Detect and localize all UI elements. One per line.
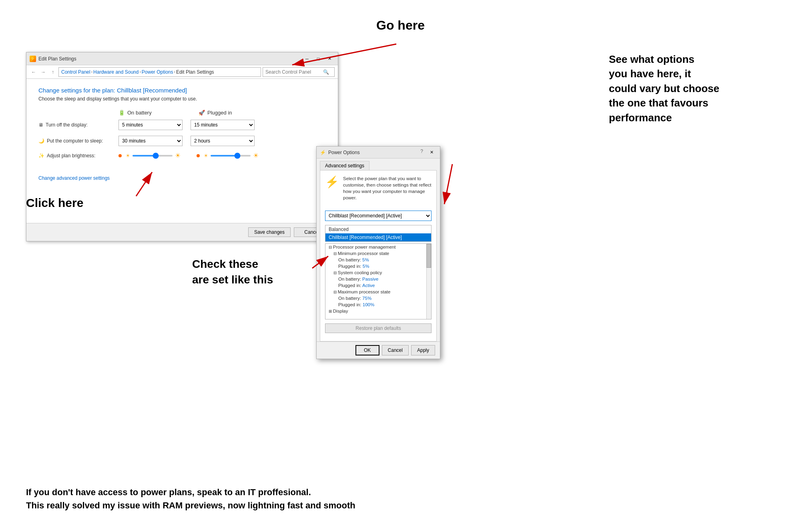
close-button[interactable]: ✕ <box>324 55 335 63</box>
plugged-in-header: 🚀 Plugged in <box>199 110 279 116</box>
plan-select-dropdown[interactable]: Chillblast [Recommended] [Active] Balanc… <box>325 211 432 221</box>
brightness-plugged-control: ☀ ☀ <box>197 152 271 159</box>
chillblast-option[interactable]: Chillblast [Recommended] [Active] <box>325 233 431 241</box>
window-footer: Save changes Cancel <box>26 223 338 241</box>
sleep-plugged-dropdown[interactable]: 2 hours 1 minute 2 minutes 5 minutes 15 … <box>191 136 255 146</box>
forward-button[interactable]: → <box>39 68 47 76</box>
window-icon: ⚡ <box>30 56 36 62</box>
save-changes-button[interactable]: Save changes <box>248 227 291 237</box>
dialog-close-button[interactable]: ✕ <box>426 149 437 157</box>
on-battery-header: 🔋 On battery <box>118 110 199 116</box>
address-bar: ← → ↑ Control Panel › Hardware and Sound… <box>26 65 338 79</box>
breadcrumb-hw[interactable]: Hardware and Sound <box>93 69 139 75</box>
sleep-battery-dropdown[interactable]: 30 minutes 1 minute 2 minutes 5 minutes … <box>118 136 183 146</box>
back-button[interactable]: ← <box>30 68 38 76</box>
sun-small-plugged-icon: ☀ <box>204 153 208 159</box>
battery-dot <box>118 154 122 157</box>
display-battery-dropdown[interactable]: 5 minutes 1 minute 2 minutes 3 minutes 1… <box>118 120 183 130</box>
breadcrumb-po[interactable]: Power Options <box>142 69 173 75</box>
tree-item-min-plugged: Plugged in: 5% <box>325 263 431 269</box>
dialog-tab-content: ⚡ Select the power plan that you want to… <box>320 170 437 341</box>
battery-icon: 🔋 <box>118 110 125 116</box>
plan-dropdown-list: Balanced Chillblast [Recommended] [Activ… <box>325 225 432 242</box>
dialog-titlebar-left: ⚡ Power Options <box>320 150 360 155</box>
help-button[interactable]: ? <box>420 149 423 157</box>
tree-item-max-battery: On battery: 75% <box>325 295 431 301</box>
brightness-setting-row: ✨ Adjust plan brightness: ☀ ☀ ☀ ☀ <box>38 152 326 159</box>
tree-item-cooling: ⊟ System cooling policy <box>325 269 431 276</box>
window-controls: ─ □ ✕ <box>302 55 335 63</box>
sep1: › <box>91 70 92 74</box>
tree-item-cooling-battery: On battery: Passive <box>325 276 431 282</box>
scrollbar-track[interactable] <box>426 244 431 319</box>
change-advanced-link[interactable]: Change advanced power settings <box>38 175 110 181</box>
settings-headers: 🔋 On battery 🚀 Plugged in <box>38 110 326 116</box>
bottom-text-area: If you don't have access to power plans,… <box>26 486 355 512</box>
dialog-titlebar: ⚡ Power Options ? ✕ <box>317 147 440 159</box>
dialog-icon: ⚡ <box>320 150 326 155</box>
search-icon: 🔍 <box>323 69 329 75</box>
sleep-label: 🌙 Put the computer to sleep: <box>38 138 118 144</box>
advanced-settings-tab[interactable]: Advanced settings <box>320 161 369 170</box>
sleep-setting-row: 🌙 Put the computer to sleep: 30 minutes … <box>38 136 326 146</box>
minimize-button[interactable]: ─ <box>302 55 312 63</box>
sun-small-icon: ☀ <box>126 153 130 159</box>
breadcrumb[interactable]: Control Panel › Hardware and Sound › Pow… <box>58 67 261 77</box>
plan-subtitle: Choose the sleep and display settings th… <box>38 96 326 102</box>
plug-icon: 🚀 <box>199 110 205 116</box>
maximize-button[interactable]: □ <box>313 55 323 63</box>
brightness-label: ✨ Adjust plan brightness: <box>38 153 118 159</box>
go-here-annotation: Go here <box>376 18 425 33</box>
scrollbar-thumb[interactable] <box>426 244 431 268</box>
tree-item-max-plugged: Plugged in: 100% <box>325 301 431 308</box>
brightness-plugged-slider[interactable] <box>211 155 251 157</box>
bottom-text-line2: This really solved my issue with RAM pre… <box>26 499 355 512</box>
power-lightning-icon: ⚡ <box>325 175 339 189</box>
tree-item-max-state: ⊟ Maximum processor state <box>325 289 431 295</box>
display-plugged-dropdown[interactable]: 15 minutes 1 minute 2 minutes 5 minutes … <box>191 120 255 130</box>
display-label: 🖥 Turn off the display: <box>38 122 118 128</box>
plugged-dot <box>197 154 200 157</box>
tab-bar: Advanced settings <box>317 159 440 170</box>
tree-item-cooling-plugged: Plugged in: Active <box>325 282 431 289</box>
ok-button[interactable]: OK <box>355 345 379 355</box>
up-button[interactable]: ↑ <box>49 68 57 76</box>
search-box: 🔍 <box>263 67 335 77</box>
power-options-dialog: ⚡ Power Options ? ✕ Advanced settings ⚡ … <box>316 146 440 359</box>
apply-button[interactable]: Apply <box>411 345 435 355</box>
tree-item-min-battery: On battery: 5% <box>325 257 431 263</box>
plan-title: Change settings for the plan: Chillblast… <box>38 87 326 94</box>
dialog-cancel-button[interactable]: Cancel <box>382 345 409 355</box>
tree-item-min-state: ⊟ Minimum processor state <box>325 250 431 257</box>
brightness-battery-slider[interactable] <box>132 155 173 157</box>
dialog-description: Select the power plan that you want to c… <box>343 175 432 201</box>
bottom-text-line1: If you don't have access to power plans,… <box>26 486 355 499</box>
see-options-annotation: See what optionsyou have here, itcould v… <box>609 52 777 125</box>
brightness-battery-control: ☀ ☀ <box>118 152 193 159</box>
edit-plan-window: ⚡ Edit Plan Settings ─ □ ✕ ← → ↑ Control… <box>26 52 338 241</box>
sun-large-plugged-icon: ☀ <box>253 152 259 159</box>
sleep-icon: 🌙 <box>38 138 44 144</box>
breadcrumb-cp[interactable]: Control Panel <box>61 69 90 75</box>
sep2: › <box>139 70 141 74</box>
balanced-option[interactable]: Balanced <box>325 225 431 233</box>
breadcrumb-eps: Edit Plan Settings <box>176 69 214 75</box>
settings-tree-list[interactable]: ⊟ Processor power management ⊟ Minimum p… <box>325 243 432 319</box>
brightness-icon: ✨ <box>38 153 44 159</box>
sep3: › <box>174 70 175 74</box>
display-icon: 🖥 <box>38 122 43 128</box>
dialog-controls: ? ✕ <box>420 149 437 157</box>
dialog-title: Power Options <box>328 150 360 155</box>
dialog-footer: OK Cancel Apply <box>317 341 440 359</box>
restore-plan-defaults-button[interactable]: Restore plan defaults <box>325 323 432 333</box>
window-titlebar: ⚡ Edit Plan Settings ─ □ ✕ <box>26 52 338 65</box>
click-here-annotation: Click here <box>26 196 83 210</box>
tree-item-display: ⊞ Display <box>325 308 431 314</box>
search-input[interactable] <box>265 69 321 75</box>
sun-large-icon: ☀ <box>175 152 181 159</box>
plan-dropdown-container: Chillblast [Recommended] [Active] Balanc… <box>325 211 432 221</box>
power-icon-area: ⚡ Select the power plan that you want to… <box>325 175 432 206</box>
tree-item-processor: ⊟ Processor power management <box>325 244 431 250</box>
titlebar-left: ⚡ Edit Plan Settings <box>30 56 76 62</box>
window-title: Edit Plan Settings <box>38 56 76 62</box>
